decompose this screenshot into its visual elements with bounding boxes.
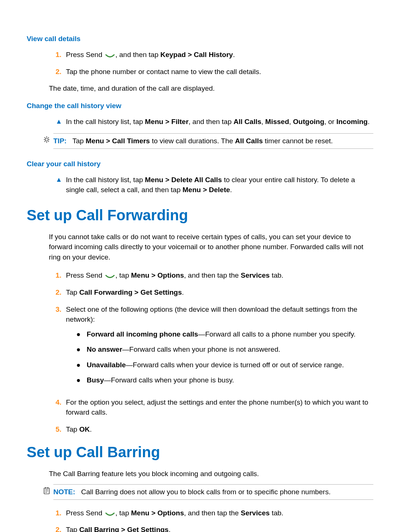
text: tab. (270, 271, 283, 279)
step-number: 1. (56, 270, 66, 281)
bold-text: Missed (265, 118, 289, 126)
list-item: 1. Press Send , and then tap Keypad > Ca… (27, 50, 373, 60)
heading-clear-call-history: Clear your call history (27, 160, 373, 168)
text: , tap (116, 509, 131, 517)
bold-text: Busy (87, 376, 104, 384)
bullet-icon: ● (76, 375, 87, 385)
step-number: 2. (56, 287, 66, 298)
list-item: 2. Tap the phone number or contact name … (27, 67, 373, 77)
option-body: No answer—Forward calls when your phone … (87, 344, 373, 355)
step-body: Tap Call Barring > Get Settings. (66, 525, 373, 532)
bold-text: Call Barring > Get Settings (79, 526, 169, 532)
text: , tap (116, 271, 131, 279)
option-item: ●Busy—Forward calls when your phone is b… (66, 375, 373, 385)
option-body: Forward all incoming phone calls—Forward… (87, 329, 373, 339)
text: Select one of the following options (the… (66, 305, 357, 324)
step-number: 2. (56, 525, 66, 532)
step-body: Tap Call Forwarding > Get Settings. (66, 287, 373, 298)
step-body: Select one of the following options (the… (66, 304, 373, 391)
text: . (169, 526, 170, 532)
step-body: Press Send , and then tap Keypad > Call … (66, 50, 373, 60)
text: Press Send (66, 509, 104, 517)
note-icon (43, 484, 53, 496)
bulleted-step: ▲ In the call history list, tap Menu > D… (27, 175, 373, 195)
list-item: 5. Tap OK. (27, 424, 373, 435)
triangle-icon: ▲ (56, 175, 66, 184)
list-item: 3. Select one of the following options (… (27, 304, 373, 391)
bold-text: Unavailable (87, 361, 126, 369)
send-icon (105, 52, 115, 57)
steps-call-forwarding: 1. Press Send , tap Menu > Options, and … (27, 270, 373, 434)
heading-change-call-history-view: Change the call history view (27, 102, 373, 110)
bold-text: Call Forwarding > Get Settings (79, 288, 182, 296)
send-icon (105, 511, 115, 516)
note-callout: NOTE: Call Barring does not allow you to… (43, 484, 373, 500)
text: —Forward calls when your phone is not an… (122, 345, 280, 353)
bold-text: Menu > Filter (145, 118, 189, 126)
paragraph: The Call Barring feature lets you block … (49, 469, 373, 479)
text: . (233, 51, 235, 58)
heading-call-barring: Set up Call Barring (27, 444, 373, 461)
step-body: Press Send , tap Menu > Options, and the… (66, 508, 373, 518)
text: —Forward all calls to a phone number you… (198, 330, 356, 338)
step-number: 2. (56, 67, 66, 77)
text: Tap (66, 288, 79, 296)
step-body: Press Send , tap Menu > Options, and the… (66, 270, 373, 281)
text: tab. (270, 509, 283, 517)
text: . (182, 288, 184, 296)
bold-text: Incoming (336, 118, 367, 126)
option-item: ●No answer—Forward calls when your phone… (66, 344, 373, 355)
text: , (261, 118, 266, 126)
text: Call Barring does not allow you to block… (81, 488, 331, 496)
bold-text: All Calls (235, 137, 263, 145)
list-item: 4. For the option you select, adjust the… (27, 397, 373, 418)
text: Press Send (66, 271, 104, 279)
step-body: In the call history list, tap Menu > Del… (66, 175, 373, 195)
text: , and then tap (116, 51, 161, 58)
heading-call-forwarding: Set up Call Forwarding (27, 207, 373, 224)
note-body: NOTE: Call Barring does not allow you to… (53, 484, 373, 500)
tip-body: TIP: Tap Menu > Call Timers to view call… (53, 133, 373, 149)
bold-text: Forward all incoming phone calls (87, 330, 198, 338)
bold-text: Outgoing (293, 118, 324, 126)
bold-text: Menu > Options (131, 509, 184, 517)
bullet-icon: ● (76, 360, 87, 370)
tip-callout: TIP: Tap Menu > Call Timers to view call… (43, 133, 373, 149)
text: , or (324, 118, 337, 126)
list-item: 2. Tap Call Barring > Get Settings. (27, 525, 373, 532)
text: —Forward calls when your phone is busy. (104, 376, 234, 384)
step-number: 1. (56, 508, 66, 518)
step-body: Tap the phone number or contact name to … (66, 67, 373, 77)
list-item: 2. Tap Call Forwarding > Get Settings. (27, 287, 373, 298)
note-label: NOTE: (53, 488, 75, 496)
paragraph: The date, time, and duration of the call… (49, 83, 373, 94)
text: Tap (72, 137, 86, 145)
text: , and then tap the (184, 271, 241, 279)
step-number: 4. (56, 397, 66, 408)
option-body: Busy—Forward calls when your phone is bu… (87, 375, 373, 385)
bold-text: Services (241, 509, 270, 517)
text: , and then tap the (184, 509, 241, 517)
bold-text: Menu > Options (131, 271, 184, 279)
text: . (230, 186, 232, 194)
bold-text: Menu > Delete (183, 186, 230, 194)
triangle-icon: ▲ (56, 117, 66, 126)
steps-view-call-details: 1. Press Send , and then tap Keypad > Ca… (27, 50, 373, 77)
list-item: 1. Press Send , tap Menu > Options, and … (27, 508, 373, 518)
text: —Forward calls when your device is turne… (126, 361, 344, 369)
text: , (289, 118, 293, 126)
step-number: 1. (56, 50, 66, 60)
send-icon (105, 273, 115, 278)
text: . (368, 118, 370, 126)
step-number: 3. (56, 304, 66, 315)
text: timer cannot be reset. (263, 137, 333, 145)
text: to view call durations. The (150, 137, 235, 145)
bold-text: No answer (87, 345, 122, 353)
document-page: View call details 1. Press Send , and th… (0, 0, 400, 532)
heading-view-call-details: View call details (27, 35, 373, 43)
text: Tap (66, 425, 79, 433)
options-list: ●Forward all incoming phone calls—Forwar… (66, 329, 373, 385)
bold-text: Keypad > Call History (160, 51, 233, 58)
lightbulb-icon (43, 133, 53, 145)
step-body: For the option you select, adjust the se… (66, 397, 373, 418)
